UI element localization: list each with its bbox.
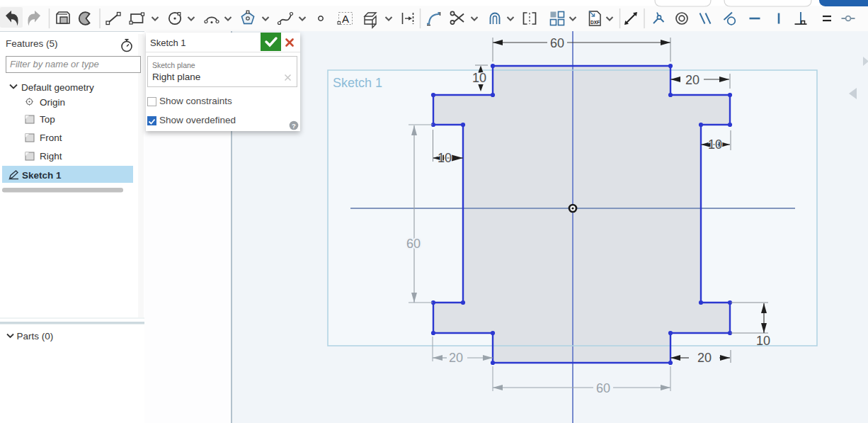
svg-text:60: 60 xyxy=(550,36,564,50)
svg-text:10: 10 xyxy=(708,137,722,152)
svg-text:10: 10 xyxy=(756,334,770,348)
svg-text:60: 60 xyxy=(596,381,610,395)
svg-text:10: 10 xyxy=(438,151,452,165)
svg-text:Sketch 1: Sketch 1 xyxy=(22,170,62,181)
svg-text:Right: Right xyxy=(40,151,62,162)
svg-text:20: 20 xyxy=(449,351,463,365)
svg-text:10: 10 xyxy=(472,71,486,85)
svg-text:20: 20 xyxy=(685,73,699,87)
svg-text:Parts (0): Parts (0) xyxy=(17,331,54,342)
svg-text:Top: Top xyxy=(40,114,55,125)
svg-text:Default geometry: Default geometry xyxy=(21,82,94,93)
svg-text:Sketch 1: Sketch 1 xyxy=(333,76,382,90)
svg-text:60: 60 xyxy=(406,237,421,251)
svg-text:Origin: Origin xyxy=(40,97,65,108)
svg-text:Front: Front xyxy=(40,132,62,143)
svg-text:?: ? xyxy=(292,122,296,130)
svg-text:DXF: DXF xyxy=(590,20,600,25)
svg-text:A: A xyxy=(342,13,349,25)
svg-text:20: 20 xyxy=(697,351,712,365)
